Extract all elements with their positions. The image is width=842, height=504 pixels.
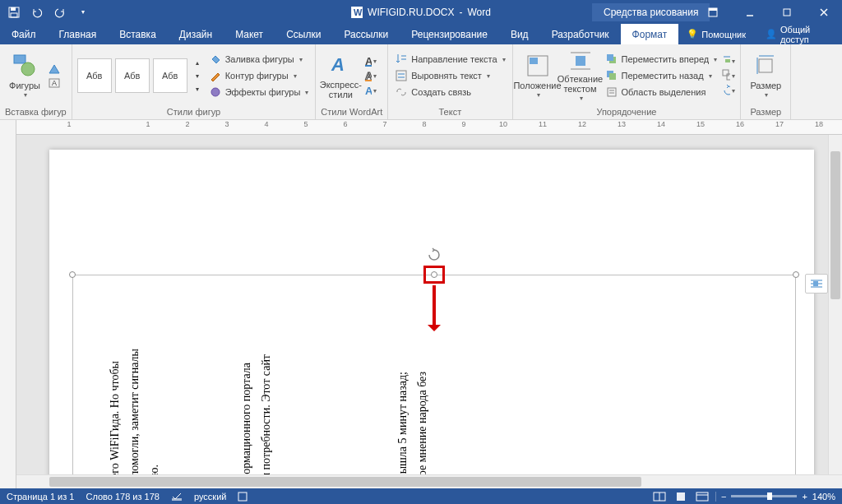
horizontal-ruler[interactable]: 1123456789101112131415161718 — [16, 120, 842, 135]
zoom-in-button[interactable]: + — [802, 492, 807, 502]
tab-file[interactable]: Файл — [0, 24, 48, 44]
shapes-icon — [12, 53, 38, 79]
svg-rect-34 — [608, 88, 616, 96]
document-scroll-area[interactable]: шего WiFiГида. Но чтобы ы помогли, замет… — [16, 135, 842, 474]
ribbon-display-button[interactable] — [694, 0, 731, 24]
svg-rect-6 — [709, 8, 717, 11]
document-page[interactable]: шего WiFiГида. Но чтобы ы помогли, замет… — [49, 150, 814, 474]
svg-rect-45 — [172, 498, 182, 501]
align-button[interactable]: ▾ — [722, 54, 735, 67]
share-button[interactable]: 👤 Общий доступ — [757, 25, 839, 44]
view-print-layout[interactable] — [673, 490, 689, 503]
svg-rect-33 — [609, 73, 616, 80]
bring-forward-button[interactable]: Переместить вперед▾ — [604, 52, 719, 67]
svg-rect-26 — [530, 58, 538, 64]
align-text-button[interactable]: Выровнять текст▾ — [393, 68, 507, 83]
save-button[interactable] — [5, 3, 23, 21]
wrap-text-button[interactable]: Обтекание текстом▾ — [561, 49, 600, 103]
tab-review[interactable]: Рецензирование — [400, 24, 499, 44]
resize-handle-tl[interactable] — [69, 271, 76, 278]
rotate-button[interactable]: ▾ — [722, 84, 735, 97]
zoom-out-button[interactable]: − — [721, 492, 726, 502]
selection-pane-button[interactable]: Область выделения — [604, 85, 719, 99]
tab-view[interactable]: Вид — [499, 24, 540, 44]
shape-style-preset-3[interactable]: Абв — [153, 58, 187, 93]
svg-text:A: A — [365, 85, 372, 97]
tab-design[interactable]: Дизайн — [168, 24, 224, 44]
annotation-arrow — [433, 285, 436, 330]
horizontal-scrollbar[interactable] — [16, 474, 842, 488]
shape-outline-button[interactable]: Контур фигуры▾ — [207, 68, 311, 83]
tab-format[interactable]: Формат — [621, 24, 679, 44]
text-direction-button[interactable]: Направление текста▾ — [393, 52, 507, 67]
selection-icon — [605, 86, 618, 99]
group-objects-button[interactable]: ▾ — [722, 69, 735, 82]
wrap-icon — [567, 49, 594, 72]
close-button[interactable] — [805, 0, 842, 24]
tab-layout[interactable]: Макет — [224, 24, 275, 44]
shapes-gallery-button[interactable]: Фигуры ▾ — [5, 49, 44, 103]
view-web-layout[interactable] — [694, 490, 710, 503]
style-gallery-up[interactable]: ▴ — [191, 56, 204, 69]
style-gallery-more[interactable]: ▾ — [191, 82, 204, 95]
position-icon — [525, 53, 551, 79]
group-label-insert-shapes: Вставка фигур — [5, 105, 67, 119]
zoom-level[interactable]: 140% — [812, 492, 835, 502]
resize-handle-tr[interactable] — [793, 271, 799, 278]
edit-shape-button[interactable] — [48, 62, 61, 75]
vertical-scroll-thumb[interactable] — [830, 151, 840, 299]
vertical-scrollbar[interactable] — [828, 135, 842, 474]
maximize-button[interactable] — [768, 0, 805, 24]
vertical-ruler[interactable] — [0, 120, 16, 488]
horizontal-scroll-thumb[interactable] — [49, 477, 641, 487]
shapes-label: Фигуры — [9, 81, 40, 90]
status-words[interactable]: Слово 178 из 178 — [86, 492, 160, 502]
svg-rect-8 — [784, 9, 790, 16]
redo-button[interactable] — [51, 3, 69, 21]
undo-button[interactable] — [28, 3, 46, 21]
position-button[interactable]: Положение▾ — [518, 49, 557, 103]
wordart-quickstyles-button[interactable]: A Экспресс- стили — [321, 49, 360, 103]
text-box-frame[interactable]: шего WiFiГида. Но чтобы ы помогли, замет… — [72, 275, 796, 474]
svg-rect-41 — [759, 59, 772, 72]
window-controls — [694, 0, 842, 24]
qat-customize-button[interactable]: ▾ — [74, 3, 92, 21]
text-outline-button[interactable]: A▾ — [363, 69, 377, 82]
tab-home[interactable]: Главная — [48, 24, 109, 44]
shape-style-preset-2[interactable]: Абв — [115, 58, 150, 93]
tab-mailings[interactable]: Рассылки — [332, 24, 400, 44]
bucket-icon — [209, 53, 222, 66]
status-page[interactable]: Страница 1 из 1 — [7, 492, 74, 502]
view-read-mode[interactable] — [651, 490, 668, 503]
text-box-button[interactable]: A — [48, 76, 61, 90]
shape-fill-button[interactable]: Заливка фигуры▾ — [207, 52, 311, 67]
send-backward-button[interactable]: Переместить назад▾ — [604, 68, 719, 83]
status-language[interactable]: русский — [194, 492, 226, 502]
text-fill-button[interactable]: A▾ — [363, 54, 377, 67]
tab-references[interactable]: Ссылки — [275, 24, 332, 44]
tab-insert[interactable]: Вставка — [108, 24, 168, 44]
layout-options-button[interactable] — [805, 274, 828, 294]
style-gallery-down[interactable]: ▾ — [191, 69, 204, 82]
share-label: Общий доступ — [780, 25, 830, 44]
zoom-slider[interactable] — [731, 495, 797, 497]
rotate-handle[interactable] — [427, 247, 442, 262]
group-label-size: Размер — [746, 105, 785, 119]
text-column-3b: тное мнение народа без — [414, 372, 431, 474]
text-column-2b: ши потребности. Этот сайт — [257, 354, 275, 474]
svg-text:A: A — [331, 54, 345, 75]
spellcheck-icon[interactable] — [171, 492, 183, 502]
tell-me-box[interactable]: 💡 Помощник — [678, 29, 754, 39]
macro-record-icon[interactable] — [238, 492, 248, 502]
group-label-arrange: Упорядочение — [518, 105, 736, 119]
text-effects-button[interactable]: A▾ — [363, 84, 377, 97]
tab-developer[interactable]: Разработчик — [540, 24, 621, 44]
group-size: Размер▾ Размер — [741, 44, 791, 119]
shape-effects-button[interactable]: Эффекты фигуры▾ — [207, 85, 311, 99]
shape-style-preset-1[interactable]: Абв — [77, 58, 112, 93]
svg-rect-49 — [677, 492, 685, 501]
group-shape-styles: Абв Абв Абв ▴ ▾ ▾ Заливка фигуры▾ Контур… — [72, 44, 317, 119]
size-button[interactable]: Размер▾ — [746, 49, 785, 103]
create-link-button[interactable]: Создать связь — [393, 85, 507, 99]
minimize-button[interactable] — [731, 0, 768, 24]
